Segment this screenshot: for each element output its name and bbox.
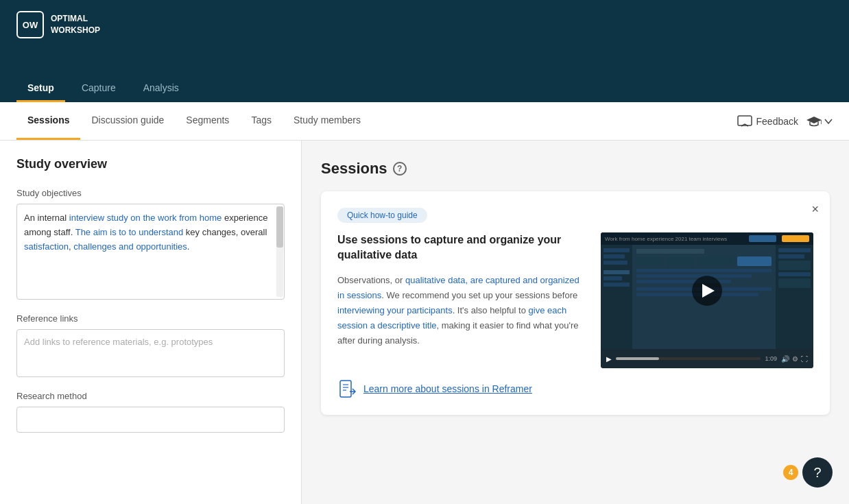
video-screenshot: Work from home experience 2021 team inte… [601,232,813,349]
left-sidebar: Study overview Study objectives An inter… [0,141,302,504]
progress-bar[interactable] [616,357,761,360]
sessions-title: Sessions ? [321,160,830,178]
tab-tags[interactable]: Tags [240,102,283,140]
close-button[interactable]: × [811,202,819,217]
howto-card: Quick how-to guide × Use sessions to cap… [321,191,830,415]
floating-help: 4 ? [783,457,833,488]
help-dropdown[interactable] [806,115,833,128]
settings-icon[interactable]: ⚙ [792,355,798,363]
tab-setup[interactable]: Setup [16,75,65,102]
video-controls: ▶ 1:09 🔊 ⚙ ⛶ [601,349,813,368]
mortarboard-icon [806,115,822,128]
document-icon [337,379,357,398]
quick-badge: Quick how-to guide [337,208,427,223]
svg-rect-5 [340,381,351,397]
card-description: Observations, or qualitative data, are c… [337,273,584,348]
textarea-scrollbar [276,206,283,297]
fullscreen-icon[interactable]: ⛶ [801,355,808,363]
research-method-select[interactable] [16,407,285,433]
play-icon [702,284,715,298]
research-method-label: Research method [16,391,285,401]
sessions-help-icon[interactable]: ? [393,162,407,176]
objectives-textarea[interactable]: An internal interview study on the work … [16,204,285,300]
help-badge: 4 [783,465,798,480]
objectives-label: Study objectives [16,188,285,198]
tab-capture[interactable]: Capture [71,75,127,102]
chevron-down-icon [824,119,833,124]
logo-area: OW OPTIMAL WORKSHOP [16,11,100,38]
top-header: OW OPTIMAL WORKSHOP [0,0,849,75]
secondary-nav: Sessions Discussion guide Segments Tags … [0,102,849,141]
tab-analysis[interactable]: Analysis [132,75,190,102]
main-content: Study overview Study objectives An inter… [0,141,849,504]
feedback-label: Feedback [756,116,798,127]
feedback-icon [737,115,752,128]
svg-marker-3 [806,117,822,123]
learn-more-area: Learn more about sessions in Reframer [337,379,813,398]
progress-fill [616,357,659,360]
scrollbar-thumb [276,206,283,248]
help-button[interactable]: ? [802,457,833,488]
volume-icon[interactable]: 🔊 [781,355,789,363]
objectives-text: An internal interview study on the work … [24,213,268,252]
video-container: Work from home experience 2021 team inte… [601,232,813,368]
card-body: Use sessions to capture and organize you… [337,232,813,368]
logo-icon: OW [16,11,44,38]
reference-links-placeholder: Add links to reference materials, e.g. p… [24,337,213,347]
reference-links-label: Reference links [16,313,285,324]
card-text: Use sessions to capture and organize you… [337,232,584,368]
card-headline: Use sessions to capture and organize you… [337,232,584,263]
video-ctrl-icons: 🔊 ⚙ ⛶ [781,355,808,363]
tab-segments[interactable]: Segments [175,102,240,140]
tab-sessions[interactable]: Sessions [16,102,80,140]
sidebar-title: Study overview [16,157,285,171]
reference-links-input[interactable]: Add links to reference materials, e.g. p… [16,329,285,377]
tab-study-members[interactable]: Study members [283,102,372,140]
top-nav: Setup Capture Analysis [0,75,849,102]
brand-name: OPTIMAL WORKSHOP [51,13,100,36]
video-play-button[interactable] [692,276,722,306]
right-panel: Sessions ? Quick how-to guide × Use sess… [302,141,849,504]
tab-discussion-guide[interactable]: Discussion guide [80,102,175,140]
play-ctrl-icon[interactable]: ▶ [606,355,612,363]
learn-more-link[interactable]: Learn more about sessions in Reframer [363,383,532,394]
video-time: 1:09 [765,355,777,362]
help-question-mark: ? [813,465,821,481]
feedback-button[interactable]: Feedback [737,115,798,128]
svg-rect-0 [738,116,752,125]
secondary-nav-right: Feedback [737,115,833,128]
